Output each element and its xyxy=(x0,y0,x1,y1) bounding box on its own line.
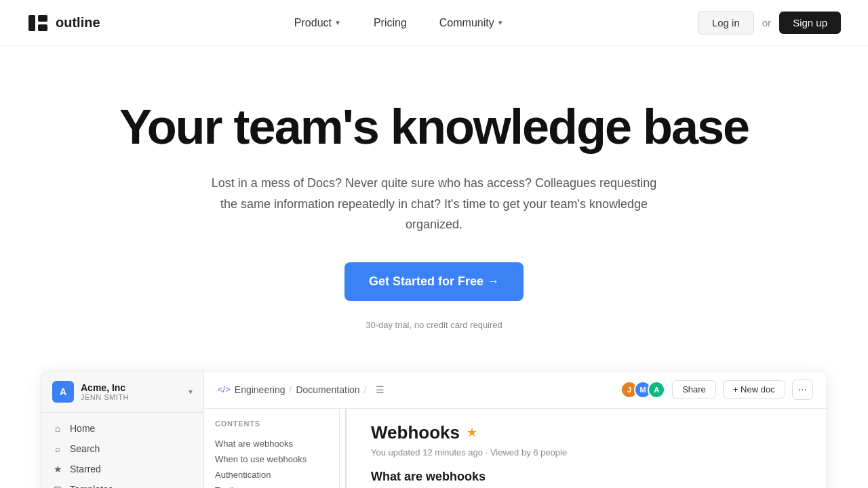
svg-rect-2 xyxy=(38,24,47,31)
doc-body: CONTENTS What are webhooks When to use w… xyxy=(204,409,827,488)
login-button[interactable]: Log in xyxy=(698,11,754,35)
product-chevron-icon: ▼ xyxy=(334,19,341,26)
logo[interactable]: outline xyxy=(27,12,100,34)
workspace-name: Acme, Inc xyxy=(81,382,129,393)
toc-divider xyxy=(345,409,347,488)
collaborator-avatars: J M A xyxy=(620,381,665,399)
more-options-button[interactable]: ··· xyxy=(792,380,813,400)
nav-pricing[interactable]: Pricing xyxy=(360,12,420,35)
nav-community[interactable]: Community ▼ xyxy=(426,12,517,35)
breadcrumb-page[interactable]: Documentation xyxy=(296,384,359,395)
sidebar-nav: ⌂ Home ⌕ Search ★ Starred ⊞ Templates ✎ … xyxy=(41,413,203,488)
logo-text: outline xyxy=(56,15,100,30)
get-started-button[interactable]: Get Started for Free → xyxy=(344,262,524,301)
breadcrumb-collection[interactable]: Engineering xyxy=(235,384,285,395)
document-meta: You updated 12 minutes ago · Viewed by 6… xyxy=(371,447,808,458)
svg-rect-0 xyxy=(28,15,35,31)
sidebar-item-home[interactable]: ⌂ Home xyxy=(41,418,203,439)
breadcrumb: </> Engineering / Documentation / ☰ xyxy=(218,384,384,395)
auth-area: Log in or Sign up xyxy=(698,11,841,35)
star-icon: ★ xyxy=(52,464,63,474)
hero-subtitle: Lost in a mess of Docs? Never quite sure… xyxy=(203,173,665,235)
document-title: Webhooks xyxy=(371,422,460,443)
doc-header: </> Engineering / Documentation / ☰ J M … xyxy=(204,371,827,409)
community-chevron-icon: ▼ xyxy=(497,19,504,26)
new-doc-button[interactable]: + New doc xyxy=(723,380,785,399)
toc-item-testing[interactable]: Testing xyxy=(215,483,328,488)
main-nav: Product ▼ Pricing Community ▼ xyxy=(281,12,517,35)
toc-item-authentication[interactable]: Authentication xyxy=(215,467,328,483)
main-content: </> Engineering / Documentation / ☰ J M … xyxy=(204,371,827,488)
workspace-avatar: A xyxy=(52,381,74,403)
signup-button[interactable]: Sign up xyxy=(779,12,841,34)
sidebar-item-templates[interactable]: ⊞ Templates xyxy=(41,479,203,488)
outline-logo-icon xyxy=(27,12,49,34)
sidebar-item-search[interactable]: ⌕ Search xyxy=(41,439,203,459)
hero-note: 30-day trial, no credit card required xyxy=(27,320,841,330)
document-main: Webhooks ★ You updated 12 minutes ago · … xyxy=(352,409,827,488)
auth-or-label: or xyxy=(762,17,771,28)
workspace-user: JENN SMITH xyxy=(81,393,129,401)
breadcrumb-sep-1: / xyxy=(290,384,292,395)
workspace-chevron-icon: ▾ xyxy=(189,387,193,396)
share-button[interactable]: Share xyxy=(672,380,716,399)
hero-title: Your team's knowledge base xyxy=(27,100,841,154)
hero-section: Your team's knowledge base Lost in a mes… xyxy=(0,46,868,357)
svg-rect-1 xyxy=(38,15,47,22)
toc-item-webhooks[interactable]: What are webhooks xyxy=(215,436,328,451)
toc-item-when[interactable]: When to use webhooks xyxy=(215,451,328,467)
code-icon: </> xyxy=(218,384,231,394)
breadcrumb-menu-icon[interactable]: ☰ xyxy=(376,384,384,395)
workspace-switcher[interactable]: A Acme, Inc JENN SMITH ▾ xyxy=(41,371,203,413)
doc-header-actions: J M A Share + New doc ··· xyxy=(620,380,813,400)
sidebar-item-starred[interactable]: ★ Starred xyxy=(41,459,203,479)
doc-title-row: Webhooks ★ xyxy=(371,422,808,443)
table-of-contents: CONTENTS What are webhooks When to use w… xyxy=(204,409,340,488)
app-preview: A Acme, Inc JENN SMITH ▾ ⌂ Home ⌕ Search… xyxy=(41,371,827,488)
nav-product[interactable]: Product ▼ xyxy=(281,12,355,35)
starred-icon[interactable]: ★ xyxy=(467,425,477,440)
avatar-3: A xyxy=(648,381,665,399)
templates-icon: ⊞ xyxy=(52,484,63,488)
section-title: What are webhooks xyxy=(371,470,808,484)
sidebar: A Acme, Inc JENN SMITH ▾ ⌂ Home ⌕ Search… xyxy=(41,371,204,488)
home-icon: ⌂ xyxy=(52,423,63,434)
breadcrumb-sep-2: / xyxy=(364,384,367,395)
toc-title: CONTENTS xyxy=(215,420,328,428)
header: outline Product ▼ Pricing Community ▼ Lo… xyxy=(0,0,868,46)
search-icon: ⌕ xyxy=(52,443,63,454)
